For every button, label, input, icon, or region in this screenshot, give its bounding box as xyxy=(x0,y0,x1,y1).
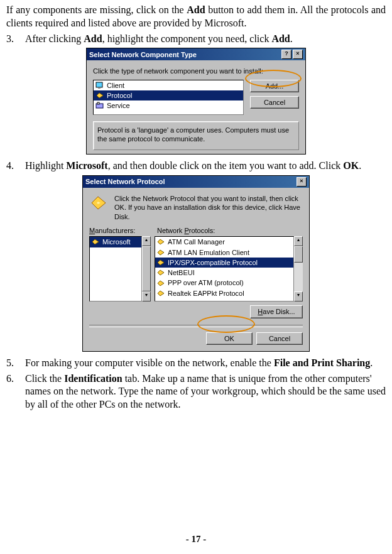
dialog-title: Select Network Component Type xyxy=(89,50,197,59)
page-number: - 17 - xyxy=(0,533,392,546)
scroll-down-icon[interactable]: ▾ xyxy=(294,291,303,301)
step-3: 3. After clicking Add, highlight the com… xyxy=(6,33,386,46)
protocol-icon xyxy=(156,238,165,246)
manufacturers-listbox[interactable]: Microsoft xyxy=(89,236,142,301)
bold-add: Add xyxy=(187,4,205,15)
step-number: 3. xyxy=(6,33,25,46)
client-icon xyxy=(95,82,104,89)
scroll-up-icon[interactable]: ▴ xyxy=(294,236,303,246)
step-text: Highlight Microsoft, and then double cli… xyxy=(25,160,386,173)
svg-rect-1 xyxy=(98,87,101,89)
step-number: 5. xyxy=(6,357,25,370)
scroll-down-icon[interactable]: ▾ xyxy=(142,291,151,301)
list-item[interactable]: Protocol xyxy=(94,90,243,100)
add-button[interactable]: Add... xyxy=(250,80,299,92)
cancel-button[interactable]: Cancel xyxy=(250,96,299,109)
list-item[interactable]: Realtek EAPPkt Protocol xyxy=(155,288,293,298)
dialog-title: Select Network Protocol xyxy=(85,177,165,186)
step-number: 4. xyxy=(6,160,25,173)
separator xyxy=(89,325,303,327)
help-icon[interactable]: ? xyxy=(281,50,291,59)
step-text: After clicking Add, highlight the compon… xyxy=(25,33,386,46)
protocol-icon xyxy=(156,269,165,276)
protocol-icon xyxy=(156,290,165,297)
protocol-icon xyxy=(156,259,165,266)
text: If any components are missing, click on … xyxy=(6,4,187,15)
list-item[interactable]: PPP over ATM (protocol) xyxy=(155,278,293,288)
cancel-button[interactable]: Cancel xyxy=(256,332,303,345)
titlebar: Select Network Component Type ? × xyxy=(87,48,305,60)
service-icon xyxy=(95,102,104,109)
intro-paragraph: If any components are missing, click on … xyxy=(6,4,386,30)
svg-rect-3 xyxy=(97,102,99,104)
protocol-icon xyxy=(89,194,108,212)
protocol-icon xyxy=(91,238,100,246)
have-disk-button[interactable]: Have Disk... xyxy=(250,305,303,318)
select-component-type-dialog: Select Network Component Type ? × Click … xyxy=(86,48,306,155)
list-item[interactable]: ATM LAN Emulation Client xyxy=(155,247,293,258)
scroll-thumb[interactable] xyxy=(294,246,303,262)
list-item[interactable]: ATM Call Manager xyxy=(155,237,293,247)
select-network-protocol-dialog: Select Network Protocol × Click the Netw… xyxy=(82,175,310,352)
step-6: 6. Click the Identification tab. Make up… xyxy=(6,372,386,411)
list-item[interactable]: Service xyxy=(94,100,243,111)
list-item[interactable]: NetBEUI xyxy=(155,268,293,278)
scrollbar[interactable]: ▴ ▾ xyxy=(142,236,151,301)
protocol-icon xyxy=(95,92,104,99)
svg-rect-0 xyxy=(96,82,102,87)
step-4: 4. Highlight Microsoft, and then double … xyxy=(6,160,386,173)
close-icon[interactable]: × xyxy=(293,50,303,59)
list-item[interactable]: Client xyxy=(94,80,243,90)
ok-button[interactable]: OK xyxy=(206,332,253,345)
dialog-prompt: Click the type of network component you … xyxy=(93,67,299,75)
description-text: Protocol is a 'language' a computer uses… xyxy=(97,126,289,143)
protocols-label: Network Protocols: xyxy=(157,226,303,235)
close-icon[interactable]: × xyxy=(297,177,307,187)
description-group: Protocol is a 'language' a computer uses… xyxy=(93,121,299,151)
scroll-up-icon[interactable]: ▴ xyxy=(142,236,151,246)
protocol-icon xyxy=(156,249,165,256)
dialog-prompt: Click the Network Protocol that you want… xyxy=(114,194,303,221)
component-listbox[interactable]: Client Protocol Service xyxy=(93,80,244,115)
protocol-icon xyxy=(156,280,165,287)
list-item[interactable]: IPX/SPX-compatible Protocol xyxy=(155,258,293,268)
protocols-listbox[interactable]: ATM Call Manager ATM LAN Emulation Clien… xyxy=(155,236,294,301)
manufacturers-label: Manufacturers: xyxy=(89,226,151,235)
step-5: 5. For making your computer visible on t… xyxy=(6,357,386,370)
titlebar: Select Network Protocol × xyxy=(83,176,309,188)
list-item[interactable]: Microsoft xyxy=(90,237,141,247)
step-text: Click the Identification tab. Make up a … xyxy=(25,372,386,411)
scroll-thumb[interactable] xyxy=(142,246,151,291)
step-number: 6. xyxy=(6,372,25,411)
scrollbar[interactable]: ▴ ▾ xyxy=(294,236,303,301)
step-text: For making your computer visible on the … xyxy=(25,357,386,370)
